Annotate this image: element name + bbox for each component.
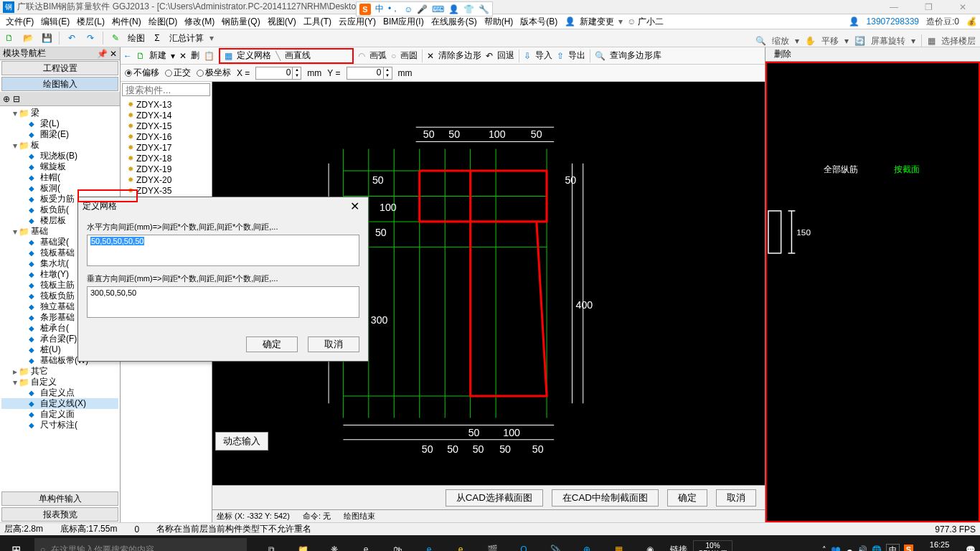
list-item[interactable]: ✸ZDYX-14 [122, 110, 210, 121]
in-cad-button[interactable]: 在CAD中绘制截面图 [552, 489, 659, 507]
radio-polar[interactable]: 极坐标 [197, 67, 231, 79]
query-poly[interactable]: 查询多边形库 [610, 50, 661, 62]
menu-view[interactable]: 视图(V) [265, 14, 299, 29]
open-file-icon[interactable]: 📂 [22, 32, 34, 44]
tree-node[interactable]: ◆尺寸标注( [1, 420, 118, 430]
dialog-ok-button[interactable]: 确定 [246, 336, 298, 352]
undo-shape[interactable]: 回退 [497, 50, 514, 62]
vert-input[interactable]: 300,50,50,50 [87, 286, 359, 318]
dialog-close-button[interactable]: ✕ [346, 199, 364, 213]
radio-nooffset[interactable]: 不偏移 [125, 67, 159, 79]
y-input[interactable]: 0▲▼ [347, 67, 392, 80]
from-cad-button[interactable]: 从CAD选择截面图 [446, 489, 543, 507]
list-item[interactable]: ✸ZDYX-20 [122, 174, 210, 185]
dialog-cancel-button[interactable]: 取消 [308, 336, 359, 352]
q-icon[interactable]: Q [508, 535, 540, 551]
cancel-button[interactable]: 取消 [716, 489, 756, 507]
radio-ortho[interactable]: 正交 [165, 67, 191, 79]
tree-node[interactable]: ◆现浇板(B) [1, 151, 118, 161]
back-nav-icon[interactable]: ← [123, 51, 132, 61]
app2-icon[interactable]: ▦ [603, 535, 634, 551]
close-button[interactable]: ✕ [948, 2, 977, 12]
pan-label[interactable]: 平移 [821, 35, 839, 47]
draw-line[interactable]: 画直线 [285, 50, 311, 62]
task-link[interactable]: 链接 [670, 544, 687, 552]
task-view-icon[interactable]: ⧉ [255, 535, 287, 551]
menu-tool[interactable]: 工具(T) [301, 14, 334, 29]
edge-icon[interactable]: e [413, 535, 445, 551]
define-grid[interactable]: 定义网格 [237, 50, 271, 62]
clear-poly[interactable]: 清除多边形 [438, 50, 481, 62]
pan-icon[interactable]: ✋ [805, 36, 816, 46]
redo-icon[interactable]: ↷ [84, 32, 97, 44]
single-input-button[interactable]: 单构件输入 [1, 491, 118, 506]
horiz-input[interactable]: 50,50,50,50,50 [87, 235, 359, 266]
user-name[interactable]: 广小二 [638, 16, 664, 28]
x-input[interactable]: 0▲▼ [255, 67, 301, 80]
proj-settings-button[interactable]: 工程设置 [1, 61, 118, 75]
new-component[interactable]: 新建 [149, 50, 166, 62]
rotate-icon[interactable]: 🔄 [854, 36, 865, 46]
tray-sogou-icon[interactable]: S [904, 545, 913, 551]
undo-icon[interactable]: ↶ [65, 32, 78, 44]
sum-button[interactable]: 汇总计算 [169, 32, 204, 44]
menu-rebar[interactable]: 钢筋量(Q) [219, 14, 263, 29]
report-preview-button[interactable]: 报表预览 [1, 507, 118, 522]
chrome-icon[interactable]: ◉ [634, 535, 666, 551]
fan-icon[interactable]: ❋ [319, 535, 350, 551]
ime-skin-icon[interactable]: 👕 [463, 4, 474, 14]
browser-e-icon[interactable]: e [350, 535, 382, 551]
zoom-icon[interactable]: 🔍 [755, 36, 766, 46]
tree-node[interactable]: ◆螺旋板 [1, 161, 118, 172]
tree-collapse-icon[interactable]: ⊟ [13, 94, 20, 104]
list-item[interactable]: ✸ZDYX-19 [122, 164, 210, 174]
tray-clock[interactable]: 16:252018/4/28 [918, 540, 961, 551]
zoom-label[interactable]: 缩放 [772, 35, 789, 47]
ie-icon[interactable]: e [445, 535, 476, 551]
export-button[interactable]: 导出 [568, 50, 585, 62]
list-item[interactable]: ✸ZDYX-17 [122, 142, 210, 153]
app1-icon[interactable]: ⊕ [571, 535, 603, 551]
search-input[interactable] [122, 83, 210, 96]
import-button[interactable]: 导入 [535, 50, 552, 62]
list-item[interactable]: ✸ZDYX-15 [122, 121, 210, 131]
draw-icon[interactable]: ✎ [109, 32, 122, 44]
tray-cloud-icon[interactable]: ☁ [845, 545, 853, 552]
ime-bar[interactable]: S 中 •， ☺ 🎤 ⌨ 👤 👕 🔧 [356, 1, 493, 17]
tree-node[interactable]: ▸📁其它 [1, 366, 118, 377]
rotate-label[interactable]: 屏幕旋转 [871, 35, 905, 47]
pin-icon[interactable]: 📌 ✕ [97, 49, 117, 59]
draw-arc[interactable]: 画弧 [369, 50, 387, 62]
floor-icon[interactable]: ▦ [928, 36, 936, 46]
menu-floor[interactable]: 楼层(L) [74, 14, 108, 29]
tree-node[interactable]: ◆柱帽( [1, 172, 118, 183]
maximize-button[interactable]: ❐ [914, 2, 943, 12]
tray-people-icon[interactable]: 👥 [831, 545, 841, 552]
tray-wifi-icon[interactable]: 🌐 [872, 545, 882, 552]
start-button[interactable]: ⊞ [0, 535, 32, 551]
tray-notif-icon[interactable]: 💬 [966, 545, 976, 552]
tree-expand-icon[interactable]: ⊕ [3, 94, 10, 104]
minimize-button[interactable]: — [880, 2, 908, 12]
office-icon[interactable]: 📎 [540, 535, 571, 551]
menu-modify[interactable]: 修改(M) [182, 14, 217, 29]
menu-version[interactable]: 版本号(B) [517, 14, 560, 29]
coin-icon[interactable]: 💰 [966, 17, 977, 27]
delete-component[interactable]: 删 [191, 50, 199, 62]
tree-node[interactable]: ◆圈梁(E) [1, 129, 118, 140]
store-icon[interactable]: 🛍 [382, 535, 413, 551]
list-item[interactable]: ✸ZDYX-18 [122, 153, 210, 164]
tree-node[interactable]: ◆自定义点 [1, 387, 118, 398]
copy-icon[interactable]: 📋 [204, 51, 215, 61]
ime-keyboard-icon[interactable]: ⌨ [432, 4, 444, 14]
list-item[interactable]: ✸ZDYX-13 [122, 99, 210, 110]
ime-emoji-icon[interactable]: ☺ [404, 4, 413, 14]
ime-mic-icon[interactable]: 🎤 [417, 4, 428, 14]
menu-file[interactable]: 文件(F) [3, 14, 37, 29]
tab-delete[interactable]: 删除 [765, 47, 800, 62]
drawin-button[interactable]: 绘图输入 [1, 77, 118, 91]
tree-node[interactable]: ◆梁(L) [1, 118, 118, 129]
tree-node[interactable]: ▾📁梁 [1, 108, 118, 118]
floor-select[interactable]: 选择楼层 [941, 35, 976, 47]
user-phone[interactable]: 13907298339 [867, 17, 919, 27]
